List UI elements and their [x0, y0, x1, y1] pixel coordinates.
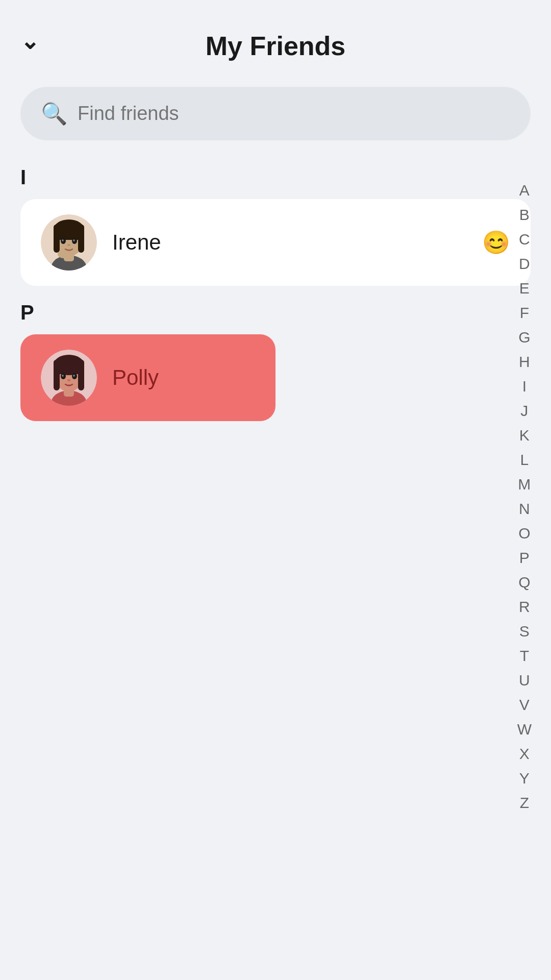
- avatar: [41, 350, 97, 406]
- search-container: 🔍: [20, 87, 531, 140]
- alphabet-sidebar: ABCDEFGHIJKLMNOPQRSTUVWXYZ: [513, 179, 536, 815]
- section-letter: I: [0, 161, 551, 199]
- alphabet-letter[interactable]: I: [518, 375, 531, 398]
- alphabet-letter[interactable]: L: [516, 448, 533, 472]
- avatar: [41, 214, 97, 271]
- alphabet-letter[interactable]: N: [515, 497, 534, 521]
- alphabet-letter[interactable]: S: [515, 620, 534, 643]
- alphabet-letter[interactable]: Z: [516, 791, 533, 815]
- svg-point-10: [62, 239, 64, 241]
- friend-name: Irene: [112, 230, 161, 255]
- svg-point-13: [58, 250, 70, 258]
- alphabet-letter[interactable]: V: [515, 693, 534, 717]
- svg-point-26: [67, 379, 70, 381]
- friends-list: Irene😊: [0, 199, 551, 286]
- svg-point-24: [62, 375, 64, 377]
- alphabet-letter[interactable]: C: [515, 228, 534, 251]
- alphabet-letter[interactable]: T: [516, 644, 533, 668]
- alphabet-letter[interactable]: J: [516, 399, 532, 423]
- alphabet-letter[interactable]: X: [515, 742, 534, 766]
- friend-name: Polly: [112, 365, 159, 390]
- friends-list: Polly: [0, 334, 551, 421]
- alphabet-letter[interactable]: F: [516, 301, 533, 325]
- search-bar[interactable]: 🔍: [20, 87, 531, 140]
- svg-point-25: [73, 375, 75, 377]
- svg-rect-7: [54, 225, 84, 240]
- section-group: P: [0, 296, 551, 421]
- alphabet-letter[interactable]: P: [515, 546, 534, 570]
- search-icon: 🔍: [41, 101, 67, 126]
- section-group: I: [0, 161, 551, 286]
- page-title: My Friends: [206, 31, 346, 61]
- alphabet-letter[interactable]: M: [514, 473, 535, 496]
- header: ⌄ My Friends: [0, 0, 551, 77]
- alphabet-letter[interactable]: U: [515, 669, 534, 692]
- alphabet-letter[interactable]: E: [515, 277, 534, 300]
- friend-card[interactable]: Polly: [20, 334, 276, 421]
- alphabet-letter[interactable]: O: [514, 522, 534, 545]
- search-input[interactable]: [78, 103, 510, 125]
- section-letter: P: [0, 296, 551, 334]
- friends-container: I: [0, 161, 551, 421]
- alphabet-letter[interactable]: R: [515, 595, 534, 619]
- svg-point-12: [67, 244, 70, 246]
- alphabet-letter[interactable]: D: [515, 252, 534, 276]
- alphabet-letter[interactable]: G: [514, 326, 534, 349]
- alphabet-letter[interactable]: Q: [514, 571, 534, 594]
- alphabet-letter[interactable]: A: [515, 179, 534, 202]
- back-button[interactable]: ⌄: [20, 28, 39, 54]
- alphabet-letter[interactable]: Y: [515, 767, 534, 790]
- alphabet-letter[interactable]: W: [513, 718, 536, 741]
- alphabet-letter[interactable]: B: [515, 203, 534, 227]
- alphabet-letter[interactable]: K: [515, 424, 534, 447]
- svg-point-11: [73, 239, 75, 241]
- friend-emoji-icon[interactable]: 😊: [482, 229, 510, 256]
- alphabet-letter[interactable]: H: [515, 350, 534, 374]
- friend-card[interactable]: Irene😊: [20, 199, 531, 286]
- svg-rect-21: [54, 360, 84, 374]
